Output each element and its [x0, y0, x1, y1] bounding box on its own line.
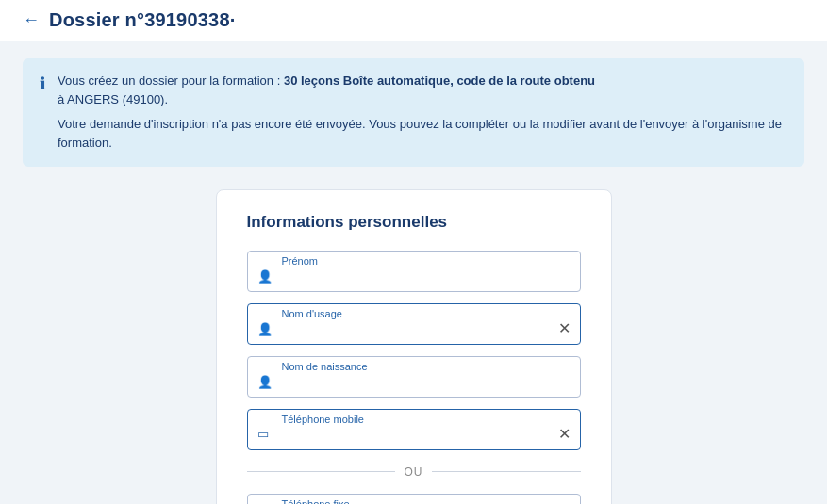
nom-naissance-input[interactable]	[280, 376, 571, 391]
page-title: Dossier n°39190338·	[49, 9, 235, 31]
divider-line-right	[432, 471, 580, 472]
content-area: ℹ Vous créez un dossier pour la formatio…	[0, 41, 827, 504]
prenom-label: Prénom	[282, 255, 319, 267]
prenom-input[interactable]	[280, 270, 571, 285]
nom-usage-field-wrapper[interactable]: Nom d'usage ✕	[247, 303, 581, 345]
form-title: Informations personnelles	[247, 213, 581, 232]
banner-line1: Vous créez un dossier pour la formation …	[58, 72, 787, 90]
divider-line-left	[247, 471, 395, 472]
person-icon	[257, 268, 273, 284]
nom-usage-label: Nom d'usage	[282, 308, 342, 319]
ou-divider: OU	[247, 465, 581, 479]
banner-line3: Votre demande d'inscription n'a pas enco…	[58, 115, 787, 153]
tel-mobile-clear-icon[interactable]: ✕	[558, 425, 571, 443]
nom-naissance-field-group: Nom de naissance	[247, 356, 581, 398]
nom-usage-input[interactable]	[280, 323, 553, 338]
tel-mobile-field-group: ▭ Téléphone mobile ✕	[247, 409, 581, 450]
page-header: ← Dossier n°39190338·	[0, 0, 827, 41]
person-icon-2	[257, 320, 273, 336]
prenom-field-wrapper[interactable]: Prénom	[247, 251, 581, 292]
info-banner: ℹ Vous créez un dossier pour la formatio…	[23, 58, 804, 167]
nom-naissance-field-wrapper[interactable]: Nom de naissance	[247, 356, 581, 398]
info-icon: ℹ	[40, 73, 46, 94]
personal-info-form: Informations personnelles Prénom Nom d'u…	[216, 189, 612, 504]
tel-mobile-field-wrapper[interactable]: ▭ Téléphone mobile ✕	[247, 409, 581, 450]
tel-mobile-label: Téléphone mobile	[282, 414, 364, 425]
back-button[interactable]: ←	[23, 10, 40, 30]
tel-fixe-field-wrapper[interactable]: Téléphone fixe	[247, 494, 581, 504]
banner-line2: à ANGERS (49100).	[58, 90, 787, 109]
tel-fixe-label: Téléphone fixe	[282, 498, 350, 504]
person-icon-3	[257, 373, 273, 389]
nom-usage-field-group: Nom d'usage ✕	[247, 303, 581, 345]
nom-usage-clear-icon[interactable]: ✕	[558, 319, 571, 337]
tel-fixe-field-group: Téléphone fixe	[247, 494, 581, 504]
tel-mobile-input[interactable]	[276, 429, 553, 444]
nom-naissance-label: Nom de naissance	[282, 361, 368, 372]
divider-text: OU	[405, 465, 423, 479]
prenom-field-group: Prénom	[247, 251, 581, 292]
banner-text: Vous créez un dossier pour la formation …	[58, 72, 787, 154]
mobile-icon: ▭	[257, 427, 269, 441]
